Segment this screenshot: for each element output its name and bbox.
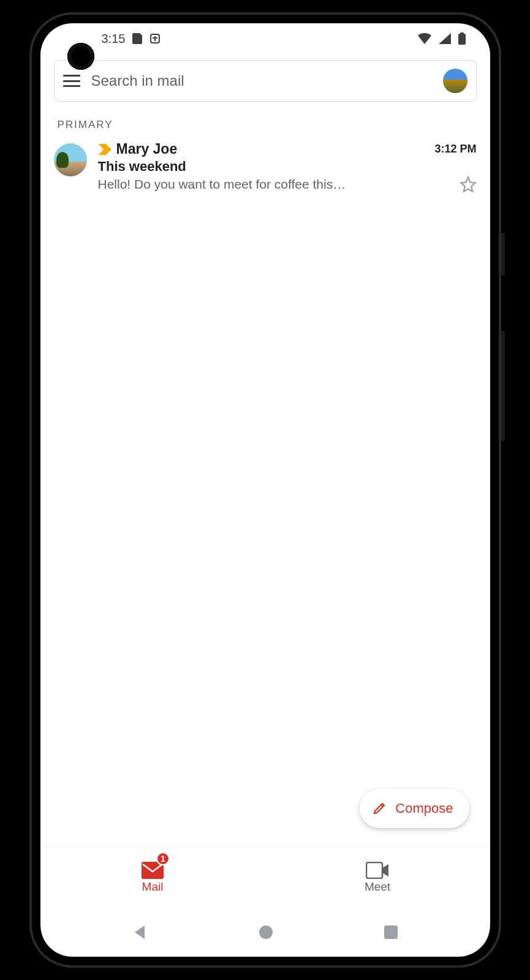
signal-icon — [439, 33, 451, 44]
status-right — [418, 32, 466, 45]
svg-rect-6 — [384, 925, 398, 939]
status-left: 3:15 — [102, 32, 161, 46]
sender-name: Mary Joe — [116, 141, 430, 157]
search-container: Search in mail — [40, 54, 490, 110]
svg-rect-4 — [366, 862, 382, 878]
side-button — [501, 331, 505, 441]
side-button — [501, 233, 505, 276]
account-avatar[interactable] — [443, 69, 468, 93]
star-icon[interactable] — [460, 176, 477, 193]
video-icon — [366, 862, 389, 879]
status-bar: 3:15 — [40, 23, 490, 54]
phone-frame: 3:15 Search in mail PRIMARY — [29, 12, 501, 968]
pencil-icon — [372, 801, 387, 816]
compose-label: Compose — [395, 801, 453, 816]
system-nav — [40, 908, 490, 957]
nav-label-mail: Mail — [142, 880, 164, 894]
nav-label-meet: Meet — [365, 880, 390, 894]
sd-card-icon — [132, 33, 142, 44]
screen: 3:15 Search in mail PRIMARY — [40, 23, 490, 957]
debug-icon — [150, 33, 161, 44]
home-icon[interactable] — [259, 925, 273, 940]
status-time: 3:15 — [102, 32, 126, 46]
svg-rect-2 — [460, 32, 464, 34]
menu-icon[interactable] — [63, 75, 80, 87]
section-header-primary: PRIMARY — [40, 110, 490, 135]
mail-badge: 1 — [156, 852, 170, 865]
email-row[interactable]: Mary Joe 3:12 PM This weekend Hello! Do … — [40, 135, 490, 199]
camera-cutout — [67, 43, 94, 70]
email-top: Mary Joe 3:12 PM — [98, 141, 477, 157]
back-icon[interactable] — [132, 924, 148, 940]
important-marker-icon[interactable] — [98, 144, 112, 155]
email-snippet: Hello! Do you want to meet for coffee th… — [98, 177, 452, 192]
wifi-icon — [418, 33, 431, 44]
nav-tab-meet[interactable]: Meet — [265, 847, 490, 908]
battery-icon — [458, 32, 466, 45]
nav-tab-mail[interactable]: 1 Mail — [40, 847, 265, 908]
sender-avatar[interactable] — [54, 143, 87, 176]
email-body: Mary Joe 3:12 PM This weekend Hello! Do … — [98, 141, 477, 193]
email-snippet-row: Hello! Do you want to meet for coffee th… — [98, 176, 477, 193]
svg-rect-1 — [458, 34, 466, 45]
compose-button[interactable]: Compose — [360, 789, 469, 828]
search-bar[interactable]: Search in mail — [54, 60, 477, 102]
svg-point-5 — [259, 925, 273, 939]
email-time: 3:12 PM — [434, 143, 476, 156]
search-placeholder: Search in mail — [91, 72, 432, 89]
email-subject: This weekend — [98, 159, 477, 175]
bottom-nav: 1 Mail Meet — [40, 846, 490, 908]
recents-icon[interactable] — [384, 925, 398, 939]
